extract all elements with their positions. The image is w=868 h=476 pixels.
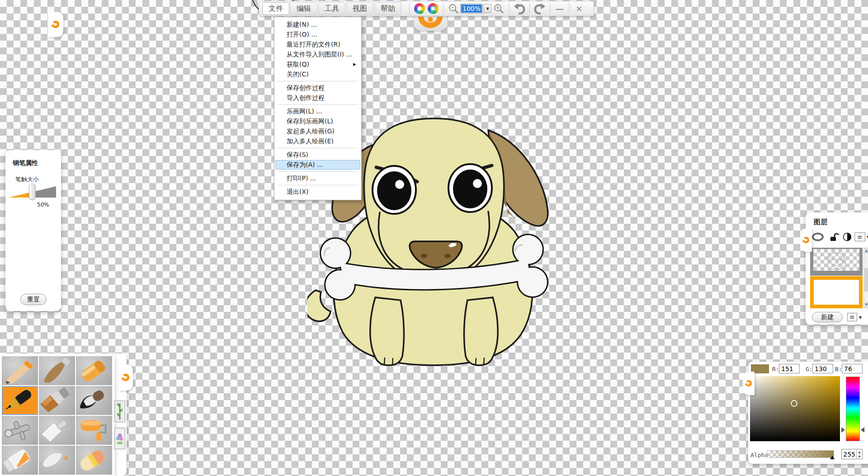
tool-pen[interactable]	[2, 386, 38, 415]
minimize-button[interactable]: —	[553, 2, 566, 15]
drop-pen-icon	[39, 446, 75, 475]
panel-handle-icon	[122, 374, 130, 382]
tool-paint-roller[interactable]	[76, 416, 112, 445]
scroll-up-icon[interactable]: ▲	[864, 248, 868, 254]
menu-item-recent-files[interactable]: 最近打开的文件(R)	[275, 40, 360, 49]
tool-pencil[interactable]	[2, 356, 38, 385]
reset-button[interactable]: 重置	[20, 294, 47, 305]
saturation-value-picker[interactable]	[750, 376, 840, 441]
tool-airbrush[interactable]	[2, 416, 38, 445]
brush-size-slider[interactable]	[8, 184, 58, 202]
bamboo-pattern-button[interactable]	[114, 401, 125, 422]
menu-item-print[interactable]: 打印(P) ...	[275, 174, 360, 183]
hue-marker-right[interactable]	[861, 427, 864, 433]
pencil-icon	[2, 356, 38, 385]
zoom-in-icon	[493, 3, 504, 14]
menu-item-save-as[interactable]: 保存为(A) ...	[275, 160, 360, 170]
menu-tab-help[interactable]: 帮助	[374, 2, 401, 15]
tool-palette-knife[interactable]	[39, 416, 75, 445]
layers-panel-handle[interactable]	[800, 228, 812, 252]
alpha-value-input[interactable]	[842, 449, 856, 459]
toolbar-separator	[529, 3, 530, 14]
zoom-dropdown-button[interactable]: ▼	[484, 4, 491, 13]
r-value-input[interactable]	[779, 364, 800, 373]
g-value-input[interactable]	[812, 364, 833, 373]
pen-properties-panel: 钢笔属性 笔触大小 50% 重置	[5, 150, 61, 311]
tool-flat-brush[interactable]	[39, 386, 75, 415]
menu-tab-view[interactable]: 视图	[346, 2, 373, 15]
menu-item-close-file[interactable]: 关闭(C)	[275, 70, 360, 79]
layer-thumbnail-transparent	[813, 249, 859, 271]
menu-separator	[278, 148, 358, 148]
menu-item-exit[interactable]: 退出(X)	[275, 187, 360, 197]
new-layer-button[interactable]: 新建	[812, 312, 843, 322]
alpha-value-box: ▲ ▼	[841, 449, 863, 459]
tool-paint-tube[interactable]	[2, 446, 38, 475]
layers-bottom-menu-arrow[interactable]: ▼	[859, 316, 862, 320]
spinner-down-icon[interactable]: ▼	[859, 455, 861, 458]
layer-item-sketch[interactable]	[810, 248, 863, 276]
menu-item-save-to-lehua[interactable]: 保存到乐画网(L)	[275, 117, 360, 126]
layer-item-background-selected[interactable]	[810, 276, 863, 308]
menu-item-new[interactable]: 新建(N) ...	[275, 20, 360, 29]
scrollbar-thumb[interactable]	[864, 268, 868, 292]
menu-item-start-multiplayer[interactable]: 发起多人绘画(G)	[275, 127, 360, 136]
layer-lock-button[interactable]	[829, 232, 839, 244]
tool-ink-brush[interactable]	[76, 386, 112, 415]
alpha-slider-marker[interactable]	[830, 456, 835, 459]
tool-eraser[interactable]	[76, 446, 112, 475]
scroll-down-icon[interactable]: ▼	[864, 302, 868, 308]
zoom-out-button[interactable]	[447, 2, 460, 15]
layer-menu-button[interactable]: ≡	[854, 232, 865, 241]
layer-blend-button[interactable]	[843, 232, 852, 243]
g-label: G:	[806, 366, 813, 372]
menu-item-import-process[interactable]: 导入创作过程	[275, 93, 360, 103]
hue-marker-left[interactable]	[841, 427, 845, 433]
hue-bar[interactable]	[846, 377, 860, 441]
menu-item-join-multiplayer[interactable]: 加入多人绘画(E)	[275, 137, 360, 146]
tool-palette-handle[interactable]	[118, 364, 133, 391]
tool-drop-pen[interactable]	[39, 446, 75, 475]
b-label: B:	[835, 366, 842, 372]
alpha-spinner[interactable]: ▲ ▼	[856, 449, 862, 459]
flower-pattern-button[interactable]	[114, 428, 125, 449]
bamboo-icon	[116, 402, 124, 420]
menu-item-import-to-layer[interactable]: 从文件导入到图层(I) ...	[275, 50, 360, 59]
menu-tab-file[interactable]: 文件	[262, 2, 289, 15]
menu-tab-edit[interactable]: 编辑	[290, 2, 317, 15]
layer-visibility-button[interactable]	[811, 232, 825, 243]
brush-size-slider-handle[interactable]	[29, 184, 36, 200]
color-panel-handle[interactable]	[743, 372, 755, 395]
menu-separator	[278, 185, 358, 185]
menu-item-lehua-net[interactable]: 乐画网(L) ...	[275, 107, 360, 116]
file-menu-dropdown: 新建(N) ... 打开(O) ... 最近打开的文件(R) 从文件导入到图层(…	[274, 17, 362, 200]
zoom-in-button[interactable]	[491, 2, 506, 15]
toolbar-separator	[443, 3, 443, 14]
ink-brush-icon	[76, 386, 112, 415]
menu-separator	[278, 171, 358, 172]
undo-button[interactable]	[513, 2, 526, 15]
layer-list-scrollbar[interactable]: ▲ ▼	[863, 248, 868, 308]
menu-item-save[interactable]: 保存(S)	[275, 150, 360, 160]
menu-tab-tools[interactable]: 工具	[318, 2, 345, 15]
menu-item-open[interactable]: 打开(O) ...	[275, 30, 360, 39]
app-window: { "menubar": { "items": [ { "label": "文件…	[0, 0, 868, 476]
toolbar-separator	[409, 3, 410, 14]
tool-brush[interactable]	[39, 356, 75, 385]
menu-item-save-process[interactable]: 保存创作过程	[275, 83, 360, 93]
spinner-up-icon[interactable]: ▲	[859, 450, 861, 453]
menu-item-acquire[interactable]: 获取(Q)▶	[275, 60, 360, 69]
layers-bottom-menu-button[interactable]: ≡	[847, 313, 857, 321]
redo-button[interactable]	[533, 2, 547, 15]
lehua-community-icon[interactable]	[428, 3, 439, 14]
tool-crayon[interactable]	[76, 356, 112, 385]
alpha-slider[interactable]	[767, 450, 834, 458]
b-value-input[interactable]	[842, 364, 863, 373]
panel-handle-icon	[803, 237, 809, 243]
brush-icon	[39, 356, 75, 385]
zoom-level-input[interactable]: 100%	[460, 4, 483, 14]
pen-panel-handle[interactable]	[48, 12, 63, 37]
close-button[interactable]: ✕	[573, 2, 585, 15]
color-picker-cursor[interactable]	[791, 400, 797, 407]
lehua-logo-icon[interactable]	[414, 3, 425, 14]
